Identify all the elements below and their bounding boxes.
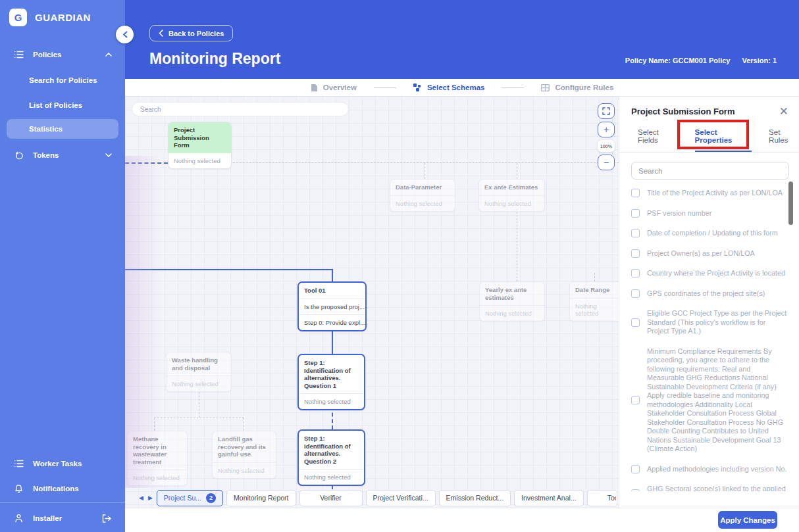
canvas-search-input[interactable] bbox=[132, 102, 349, 116]
node-body: Nothing selected bbox=[299, 393, 364, 409]
checkbox[interactable] bbox=[631, 396, 640, 404]
node-title: Yearly ex ante estimates bbox=[480, 282, 544, 305]
bottom-tab-emission-reduction[interactable]: Emission Reduct... bbox=[439, 490, 511, 506]
node-data-parameter[interactable]: Data-Parameter Nothing selected bbox=[390, 179, 455, 212]
policy-version: Version: 1 bbox=[742, 57, 777, 64]
tab-scroll-right-button[interactable]: ▶ bbox=[147, 495, 153, 501]
property-item[interactable]: Title of the Project Activity as per LON… bbox=[631, 189, 788, 198]
property-item[interactable]: Country where the Project Activity is lo… bbox=[631, 269, 788, 278]
brand-name: GUARDIAN bbox=[35, 12, 91, 23]
property-item[interactable]: Project Owner(s) as per LON/LOA bbox=[631, 249, 788, 258]
table-icon bbox=[541, 84, 550, 91]
footer-bar: Apply Changes bbox=[125, 508, 799, 532]
back-to-policies-button[interactable]: Back to Policies bbox=[149, 25, 233, 41]
bottom-tab-project-submission[interactable]: Project Su... 2 bbox=[157, 490, 223, 506]
node-landfill-gas-recovery[interactable]: Landfill gas recovery and its gainful us… bbox=[212, 431, 276, 479]
sidebar-item-label: Search for Policies bbox=[29, 76, 97, 84]
logout-icon[interactable] bbox=[102, 514, 112, 523]
property-item[interactable]: PSF version number bbox=[631, 209, 788, 218]
tab-set-rules[interactable]: Set Rules bbox=[769, 128, 799, 152]
bottom-tab-monitoring-report[interactable]: Monitoring Report bbox=[226, 490, 296, 506]
node-title: Step 1: Identification of alternatives. … bbox=[299, 355, 364, 393]
zoom-out-button[interactable]: − bbox=[598, 155, 615, 170]
connector bbox=[244, 418, 244, 431]
checkbox[interactable] bbox=[631, 209, 640, 218]
tab-select-fields[interactable]: Select Fields bbox=[638, 128, 678, 152]
sidebar: G GUARDIAN Policies Search for Policies … bbox=[0, 0, 125, 532]
sidebar-item-search-for-policies[interactable]: Search for Policies bbox=[0, 70, 125, 90]
node-body: Nothing selected bbox=[390, 195, 455, 211]
connector bbox=[332, 269, 333, 282]
fit-to-screen-button[interactable] bbox=[598, 103, 615, 119]
panel-search-input[interactable] bbox=[631, 162, 789, 180]
sidebar-item-tokens[interactable]: Tokens bbox=[0, 145, 125, 165]
property-item[interactable]: Applied methodologies including version … bbox=[631, 465, 788, 474]
sidebar-item-list-of-policies[interactable]: List of Policies bbox=[0, 95, 125, 115]
wizard-steps: Overview Select Schemas Configure Rules bbox=[125, 79, 799, 97]
node-body: Nothing selected bbox=[480, 305, 544, 321]
step-overview[interactable]: Overview bbox=[311, 84, 357, 92]
property-item[interactable]: Eligible GCC Project Type as per the Pro… bbox=[631, 309, 788, 336]
sidebar-item-worker-tasks[interactable]: Worker Tasks bbox=[0, 454, 125, 473]
node-date-range[interactable]: Date Range Nothing selected bbox=[569, 281, 619, 322]
checkbox[interactable] bbox=[631, 229, 640, 237]
node-title: Data-Parameter bbox=[390, 180, 455, 195]
token-icon bbox=[14, 151, 25, 160]
node-yearly-ex-ante-estimates[interactable]: Yearly ex ante estimates Nothing selecte… bbox=[479, 281, 545, 322]
tab-scroll-left-button[interactable]: ◀ bbox=[138, 495, 144, 501]
node-ex-ante-estimates[interactable]: Ex ante Estimates Nothing selected bbox=[478, 179, 545, 212]
panel-title: Project Submission Form bbox=[631, 107, 735, 116]
sidebar-item-policies[interactable]: Policies bbox=[0, 45, 125, 64]
bottom-tab-verifier[interactable]: Verifier bbox=[299, 490, 363, 506]
zoom-level: 100% bbox=[598, 140, 615, 152]
guardian-logo-icon: G bbox=[9, 9, 27, 26]
connector bbox=[425, 163, 425, 179]
checkbox[interactable] bbox=[631, 269, 640, 278]
connector bbox=[154, 418, 244, 418]
apply-changes-button[interactable]: Apply Changes bbox=[718, 511, 777, 529]
chevron-down-icon bbox=[105, 153, 112, 157]
checkbox[interactable] bbox=[631, 318, 640, 327]
bottom-tab-tool-07[interactable]: Tool 07 bbox=[587, 490, 616, 506]
tab-select-properties[interactable]: Select Properties bbox=[695, 128, 752, 152]
property-item[interactable]: Minimum Compliance Requirements By proce… bbox=[631, 347, 788, 454]
connector bbox=[517, 208, 517, 281]
property-item[interactable]: GHG Sectoral scope(s) linked to the appl… bbox=[631, 485, 788, 491]
node-tool-01[interactable]: Tool 01 Is the proposed proj... Step 0: … bbox=[297, 281, 367, 331]
node-step1-question1[interactable]: Step 1: Identification of alternatives. … bbox=[297, 354, 365, 410]
page-header: Back to Policies Monitoring Report Polic… bbox=[125, 0, 799, 79]
node-title: Ex ante Estimates bbox=[479, 180, 544, 195]
sidebar-item-label: List of Policies bbox=[29, 101, 82, 109]
step-configure-rules[interactable]: Configure Rules bbox=[541, 84, 613, 91]
connector bbox=[125, 269, 333, 270]
sidebar-item-statistics[interactable]: Statistics bbox=[7, 119, 118, 139]
property-item[interactable]: GPS coordinates of the project site(s) bbox=[631, 289, 788, 299]
connector bbox=[154, 418, 155, 431]
checkbox[interactable] bbox=[631, 249, 640, 258]
node-step1-question2[interactable]: Step 1: Identification of alternatives. … bbox=[297, 429, 365, 486]
step-select-schemas[interactable]: Select Schemas bbox=[413, 84, 485, 91]
node-methane-recovery[interactable]: Methane recovery in wastewater treatment… bbox=[127, 431, 188, 486]
close-icon[interactable]: ✕ bbox=[779, 107, 788, 116]
sidebar-item-label: Statistics bbox=[29, 125, 63, 133]
node-title: Step 1: Identification of alternatives. … bbox=[299, 431, 364, 469]
checkbox[interactable] bbox=[631, 465, 640, 473]
panel-tabs: Select Fields Select Properties Set Rule… bbox=[619, 116, 799, 153]
checkbox[interactable] bbox=[631, 289, 640, 298]
checkbox[interactable] bbox=[631, 189, 640, 197]
node-body: Nothing selected bbox=[167, 375, 231, 391]
checkbox[interactable] bbox=[631, 489, 640, 491]
bottom-tab-project-verification[interactable]: Project Verificati... bbox=[366, 490, 436, 506]
sidebar-item-installer[interactable]: Installer bbox=[0, 508, 125, 528]
node-waste-handling[interactable]: Waste handling and disposal Nothing sele… bbox=[166, 352, 232, 392]
bottom-tab-investment-analysis[interactable]: Investment Anal... bbox=[514, 490, 583, 506]
zoom-in-button[interactable]: + bbox=[598, 122, 615, 137]
node-project-submission-form[interactable]: Project Submission Form Nothing selected bbox=[168, 122, 232, 169]
panel-scrollbar[interactable] bbox=[788, 181, 793, 225]
sidebar-collapse-button[interactable] bbox=[116, 26, 134, 43]
property-item[interactable]: Date of completion / Updating of this fo… bbox=[631, 229, 788, 238]
list-icon bbox=[14, 460, 25, 468]
schema-icon bbox=[413, 84, 422, 91]
schema-canvas[interactable]: + 100% − Project Submission Form Nothing… bbox=[125, 97, 619, 508]
sidebar-item-notifications[interactable]: Notifications bbox=[0, 479, 125, 498]
